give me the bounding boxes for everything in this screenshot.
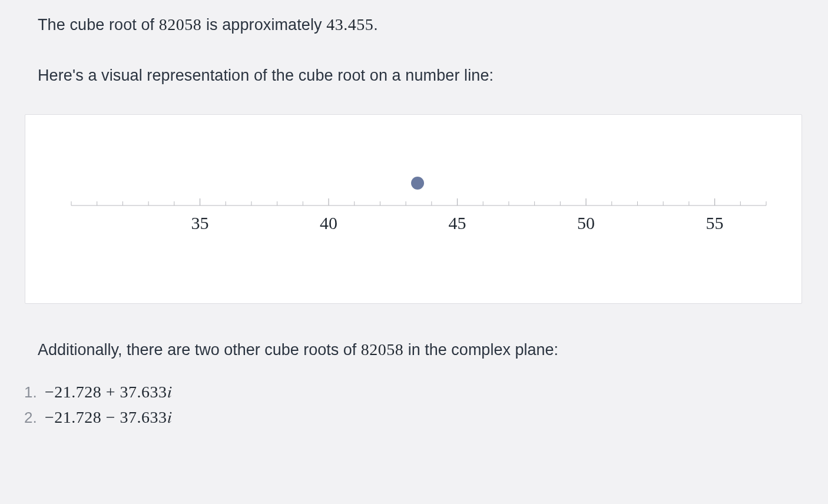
- text-fragment: is approximately: [201, 16, 326, 34]
- svg-point-34: [411, 177, 424, 190]
- document-page: The cube root of 82058 is approximately …: [0, 0, 828, 504]
- svg-text:50: 50: [577, 213, 595, 233]
- number-root: 43.455: [326, 15, 373, 34]
- svg-text:55: 55: [706, 213, 724, 233]
- complex-root-expr: −21.728 + 37.633𝑖: [45, 383, 172, 401]
- number-n-2: 82058: [361, 340, 404, 359]
- number-line-svg: 3540455055: [42, 129, 784, 288]
- complex-root-expr: −21.728 − 37.633𝑖: [45, 408, 172, 426]
- text-fragment: .: [373, 16, 378, 34]
- intro-sentence: The cube root of 82058 is approximately …: [38, 13, 803, 37]
- list-item: −21.728 + 37.633𝑖: [41, 383, 803, 402]
- svg-text:40: 40: [320, 213, 337, 233]
- number-n: 82058: [159, 15, 202, 34]
- svg-text:45: 45: [449, 213, 466, 233]
- list-item: −21.728 − 37.633𝑖: [41, 408, 803, 427]
- text-fragment: The cube root of: [38, 16, 159, 34]
- visual-intro: Here's a visual representation of the cu…: [38, 64, 803, 87]
- number-line-figure: 3540455055: [25, 114, 802, 304]
- complex-intro: Additionally, there are two other cube r…: [38, 338, 803, 362]
- text-fragment: Additionally, there are two other cube r…: [38, 341, 361, 359]
- svg-text:35: 35: [191, 213, 209, 233]
- complex-roots-list: −21.728 + 37.633𝑖 −21.728 − 37.633𝑖: [25, 383, 803, 427]
- text-fragment: in the complex plane:: [403, 341, 558, 359]
